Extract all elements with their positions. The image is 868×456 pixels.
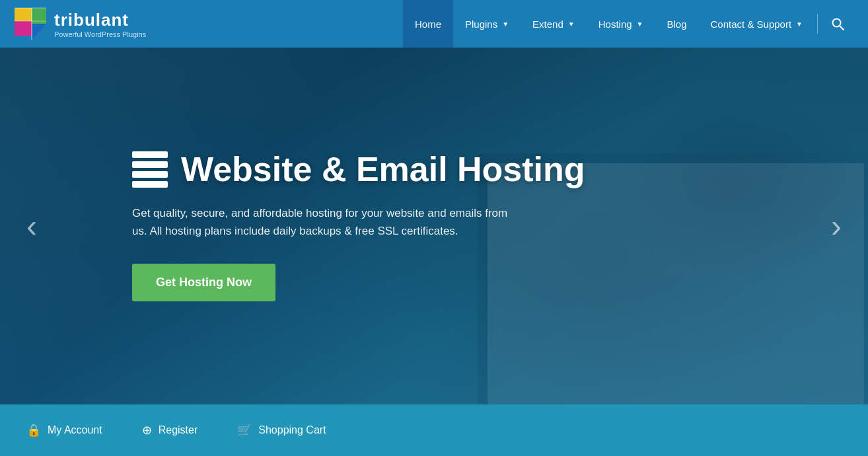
hero-section: Website & Email Hosting Get quality, sec… — [0, 48, 868, 404]
plus-icon: ⊕ — [142, 423, 152, 437]
search-button[interactable] — [820, 0, 855, 48]
logo-icon — [13, 7, 48, 41]
footer-my-account[interactable]: 🔒 My Account — [26, 423, 102, 437]
search-icon — [831, 17, 844, 30]
nav-item-contact[interactable]: Contact & Support ▼ — [699, 0, 814, 48]
nav-item-extend[interactable]: Extend ▼ — [521, 0, 587, 48]
footer-register[interactable]: ⊕ Register — [142, 423, 198, 437]
logo-text: tribulant Powerful WordPress Plugins — [54, 10, 146, 38]
my-account-label: My Account — [48, 424, 102, 436]
slider-arrow-left[interactable]: ‹ — [13, 204, 50, 248]
hero-content: Website & Email Hosting Get quality, sec… — [0, 48, 868, 404]
slider-arrow-right[interactable]: › — [818, 204, 855, 248]
lock-icon: 🔒 — [26, 423, 41, 437]
logo-name: tribulant — [54, 10, 146, 30]
logo[interactable]: tribulant Powerful WordPress Plugins — [13, 7, 146, 41]
get-hosting-button[interactable]: Get Hosting Now — [132, 264, 275, 301]
footer-bar: 🔒 My Account ⊕ Register 🛒 Shopping Cart — [0, 404, 868, 456]
hosting-dropdown-arrow: ▼ — [637, 20, 643, 28]
nav-item-blog[interactable]: Blog — [655, 0, 698, 48]
cart-icon: 🛒 — [237, 423, 252, 437]
hero-description: Get quality, secure, and affordable host… — [132, 204, 515, 240]
nav-item-hosting[interactable]: Hosting ▼ — [587, 0, 655, 48]
nav-item-plugins[interactable]: Plugins ▼ — [453, 0, 521, 48]
svg-marker-2 — [15, 21, 32, 36]
svg-marker-3 — [32, 24, 46, 40]
register-label: Register — [159, 424, 198, 436]
svg-marker-0 — [15, 8, 32, 21]
hosting-server-icon — [132, 151, 168, 188]
header: tribulant Powerful WordPress Plugins Hom… — [0, 0, 868, 48]
shopping-cart-label: Shopping Cart — [258, 424, 326, 436]
extend-dropdown-arrow: ▼ — [568, 20, 575, 28]
contact-dropdown-arrow: ▼ — [796, 20, 803, 28]
hero-title-row: Website & Email Hosting — [132, 151, 585, 188]
svg-line-8 — [840, 26, 844, 30]
main-nav: Home Plugins ▼ Extend ▼ Hosting ▼ Blog C… — [403, 0, 855, 48]
logo-tagline: Powerful WordPress Plugins — [54, 30, 146, 38]
nav-divider — [817, 14, 818, 34]
hero-title: Website & Email Hosting — [181, 151, 585, 188]
nav-item-home[interactable]: Home — [403, 0, 453, 48]
footer-shopping-cart[interactable]: 🛒 Shopping Cart — [237, 423, 326, 437]
plugins-dropdown-arrow: ▼ — [502, 20, 509, 28]
